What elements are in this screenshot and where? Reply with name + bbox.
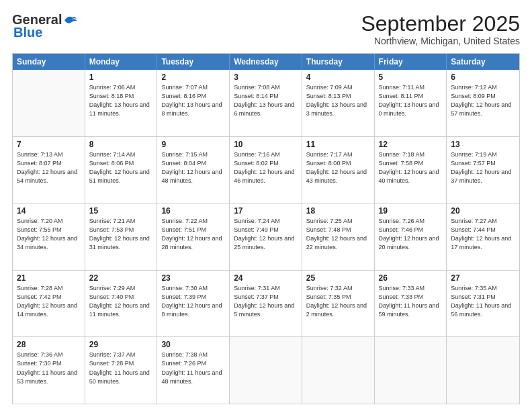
day-info: Sunrise: 7:30 AMSunset: 7:39 PMDaylight:…: [161, 284, 225, 319]
calendar-cell: 13Sunrise: 7:19 AMSunset: 7:57 PMDayligh…: [447, 137, 519, 203]
calendar-cell: 17Sunrise: 7:24 AMSunset: 7:49 PMDayligh…: [230, 203, 302, 270]
day-info: Sunrise: 7:21 AMSunset: 7:53 PMDaylight:…: [89, 217, 153, 252]
day-number: 6: [451, 73, 515, 82]
day-info: Sunrise: 7:26 AMSunset: 7:46 PMDaylight:…: [379, 217, 443, 252]
day-number: 1: [89, 73, 153, 82]
day-info: Sunrise: 7:11 AMSunset: 8:11 PMDaylight:…: [379, 83, 443, 118]
calendar-cell: [13, 70, 85, 136]
calendar-cell: 25Sunrise: 7:32 AMSunset: 7:35 PMDayligh…: [302, 271, 375, 337]
calendar-cell: 10Sunrise: 7:16 AMSunset: 8:02 PMDayligh…: [230, 137, 302, 203]
day-info: Sunrise: 7:09 AMSunset: 8:13 PMDaylight:…: [306, 83, 370, 118]
day-info: Sunrise: 7:16 AMSunset: 8:02 PMDaylight:…: [234, 150, 298, 185]
calendar-cell: 18Sunrise: 7:25 AMSunset: 7:48 PMDayligh…: [302, 203, 375, 270]
day-info: Sunrise: 7:37 AMSunset: 7:28 PMDaylight:…: [89, 351, 153, 385]
calendar-day-header: Monday: [85, 54, 158, 70]
day-number: 7: [17, 140, 81, 149]
calendar-body: 1Sunrise: 7:06 AMSunset: 8:18 PMDaylight…: [13, 70, 519, 404]
calendar-cell: 4Sunrise: 7:09 AMSunset: 8:13 PMDaylight…: [302, 70, 375, 136]
calendar-cell: 30Sunrise: 7:38 AMSunset: 7:26 PMDayligh…: [157, 337, 230, 404]
day-info: Sunrise: 7:28 AMSunset: 7:42 PMDaylight:…: [17, 284, 81, 319]
calendar-day-header: Tuesday: [157, 54, 230, 70]
day-info: Sunrise: 7:08 AMSunset: 8:14 PMDaylight:…: [234, 83, 298, 118]
calendar-cell: 2Sunrise: 7:07 AMSunset: 8:16 PMDaylight…: [157, 70, 230, 136]
calendar-cell: 21Sunrise: 7:28 AMSunset: 7:42 PMDayligh…: [13, 271, 85, 337]
day-number: 23: [161, 273, 225, 283]
logo-bird-icon: [63, 15, 78, 26]
day-number: 22: [89, 273, 153, 283]
day-info: Sunrise: 7:07 AMSunset: 8:16 PMDaylight:…: [161, 83, 225, 118]
calendar-row: 1Sunrise: 7:06 AMSunset: 8:18 PMDaylight…: [13, 70, 519, 137]
day-number: 2: [161, 73, 225, 82]
calendar-cell: 20Sunrise: 7:27 AMSunset: 7:44 PMDayligh…: [447, 203, 519, 270]
day-info: Sunrise: 7:27 AMSunset: 7:44 PMDaylight:…: [451, 217, 515, 252]
day-info: Sunrise: 7:12 AMSunset: 8:09 PMDaylight:…: [451, 83, 515, 118]
calendar-cell: 15Sunrise: 7:21 AMSunset: 7:53 PMDayligh…: [85, 203, 158, 270]
day-number: 30: [161, 340, 225, 349]
day-number: 13: [451, 140, 515, 149]
calendar-cell: 29Sunrise: 7:37 AMSunset: 7:28 PMDayligh…: [85, 337, 158, 404]
calendar-cell: 9Sunrise: 7:15 AMSunset: 8:04 PMDaylight…: [157, 137, 230, 203]
calendar-cell: 8Sunrise: 7:14 AMSunset: 8:06 PMDaylight…: [85, 137, 158, 203]
page: General Blue September 2025 Northview, M…: [0, 0, 532, 411]
logo: General Blue: [12, 12, 78, 40]
calendar-row: 7Sunrise: 7:13 AMSunset: 8:07 PMDaylight…: [13, 137, 519, 204]
day-info: Sunrise: 7:18 AMSunset: 7:58 PMDaylight:…: [379, 150, 443, 185]
calendar-day-header: Wednesday: [230, 54, 302, 70]
day-number: 27: [451, 273, 515, 283]
calendar-cell: 27Sunrise: 7:35 AMSunset: 7:31 PMDayligh…: [447, 271, 519, 337]
calendar-row: 28Sunrise: 7:36 AMSunset: 7:30 PMDayligh…: [13, 337, 519, 404]
calendar-cell: 16Sunrise: 7:22 AMSunset: 7:51 PMDayligh…: [157, 203, 230, 270]
logo-blue-text: Blue: [13, 25, 42, 40]
day-info: Sunrise: 7:19 AMSunset: 7:57 PMDaylight:…: [451, 150, 515, 185]
day-number: 4: [306, 73, 370, 82]
day-info: Sunrise: 7:32 AMSunset: 7:35 PMDaylight:…: [306, 284, 370, 319]
calendar-cell: 5Sunrise: 7:11 AMSunset: 8:11 PMDaylight…: [375, 70, 447, 136]
day-number: 24: [234, 273, 298, 283]
day-number: 5: [379, 73, 443, 82]
day-info: Sunrise: 7:24 AMSunset: 7:49 PMDaylight:…: [234, 217, 298, 252]
day-number: 25: [306, 273, 370, 283]
calendar-cell: [447, 337, 519, 404]
day-info: Sunrise: 7:17 AMSunset: 8:00 PMDaylight:…: [306, 150, 370, 185]
day-number: 20: [451, 206, 515, 216]
calendar-header: SundayMondayTuesdayWednesdayThursdayFrid…: [13, 54, 519, 70]
calendar-row: 14Sunrise: 7:20 AMSunset: 7:55 PMDayligh…: [13, 203, 519, 271]
day-number: 14: [17, 206, 81, 216]
day-info: Sunrise: 7:31 AMSunset: 7:37 PMDaylight:…: [234, 284, 298, 319]
calendar-cell: 24Sunrise: 7:31 AMSunset: 7:37 PMDayligh…: [230, 271, 302, 337]
day-info: Sunrise: 7:14 AMSunset: 8:06 PMDaylight:…: [89, 150, 153, 185]
day-info: Sunrise: 7:33 AMSunset: 7:33 PMDaylight:…: [379, 284, 443, 319]
day-number: 10: [234, 140, 298, 149]
header: General Blue September 2025 Northview, M…: [12, 12, 520, 46]
calendar-cell: [302, 337, 375, 404]
day-info: Sunrise: 7:06 AMSunset: 8:18 PMDaylight:…: [89, 83, 153, 118]
day-info: Sunrise: 7:25 AMSunset: 7:48 PMDaylight:…: [306, 217, 370, 252]
day-number: 26: [379, 273, 443, 283]
day-info: Sunrise: 7:35 AMSunset: 7:31 PMDaylight:…: [451, 284, 515, 319]
day-number: 28: [17, 340, 81, 349]
day-info: Sunrise: 7:20 AMSunset: 7:55 PMDaylight:…: [17, 217, 81, 252]
day-number: 3: [234, 73, 298, 82]
calendar-cell: 14Sunrise: 7:20 AMSunset: 7:55 PMDayligh…: [13, 203, 85, 270]
title-block: September 2025 Northview, Michigan, Unit…: [361, 12, 520, 46]
day-info: Sunrise: 7:15 AMSunset: 8:04 PMDaylight:…: [161, 150, 225, 185]
calendar-day-header: Friday: [375, 54, 447, 70]
calendar-cell: [375, 337, 447, 404]
day-number: 15: [89, 206, 153, 216]
day-number: 11: [306, 140, 370, 149]
calendar-cell: [230, 337, 302, 404]
day-info: Sunrise: 7:22 AMSunset: 7:51 PMDaylight:…: [161, 217, 225, 252]
day-number: 8: [89, 140, 153, 149]
calendar-cell: 3Sunrise: 7:08 AMSunset: 8:14 PMDaylight…: [230, 70, 302, 136]
day-info: Sunrise: 7:29 AMSunset: 7:40 PMDaylight:…: [89, 284, 153, 319]
calendar-cell: 26Sunrise: 7:33 AMSunset: 7:33 PMDayligh…: [375, 271, 447, 337]
calendar-cell: 6Sunrise: 7:12 AMSunset: 8:09 PMDaylight…: [447, 70, 519, 136]
calendar: SundayMondayTuesdayWednesdayThursdayFrid…: [12, 53, 520, 404]
calendar-cell: 22Sunrise: 7:29 AMSunset: 7:40 PMDayligh…: [85, 271, 158, 337]
day-info: Sunrise: 7:38 AMSunset: 7:26 PMDaylight:…: [161, 351, 225, 385]
subtitle: Northview, Michigan, United States: [361, 36, 520, 46]
calendar-cell: 7Sunrise: 7:13 AMSunset: 8:07 PMDaylight…: [13, 137, 85, 203]
day-number: 29: [89, 340, 153, 349]
day-info: Sunrise: 7:36 AMSunset: 7:30 PMDaylight:…: [17, 351, 81, 385]
calendar-day-header: Sunday: [13, 54, 85, 70]
